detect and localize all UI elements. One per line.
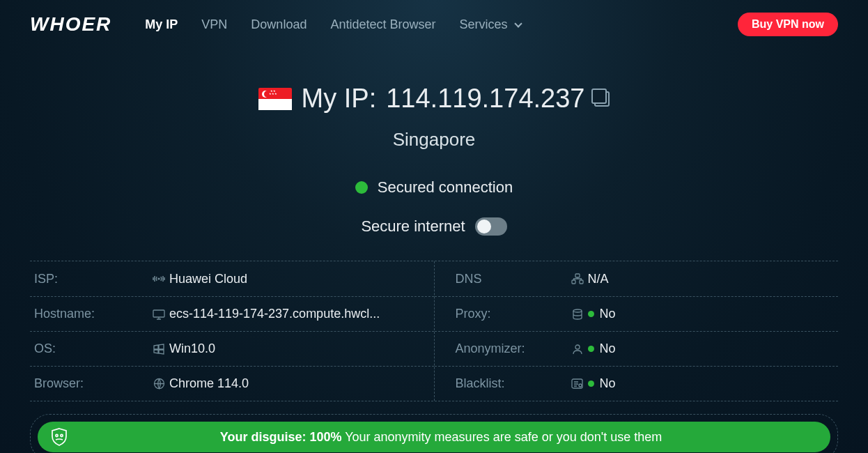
proxy-value-text: No (600, 307, 616, 321)
secure-internet-toggle[interactable] (475, 217, 507, 236)
flag-singapore-icon: ★★★★★ (258, 88, 292, 110)
blacklist-value-text: No (600, 376, 616, 390)
country-name: Singapore (30, 129, 838, 151)
network-icon (567, 273, 588, 284)
status-dot-icon (588, 381, 594, 387)
svg-rect-5 (580, 280, 583, 284)
disguise-bar[interactable]: Your disguise: 100% Your anonymity measu… (38, 422, 830, 452)
signal-icon (148, 273, 169, 284)
database-icon (567, 309, 588, 320)
main-nav: My IP VPN Download Antidetect Browser Se… (145, 17, 520, 32)
hostname-label: Hostname: (30, 307, 148, 321)
logo[interactable]: WHOER (30, 13, 111, 36)
copy-icon[interactable] (594, 91, 610, 107)
list-icon (567, 378, 588, 389)
svg-point-9 (579, 384, 582, 387)
svg-point-7 (575, 345, 580, 349)
windows-icon (148, 344, 169, 355)
browser-value: Chrome 114.0 (169, 376, 249, 391)
ip-title-prefix: My IP: (302, 84, 377, 114)
disguise-percent: 100% (309, 430, 341, 444)
dns-value: N/A (588, 272, 609, 286)
secured-label: Secured connection (378, 178, 513, 197)
blacklist-label: Blacklist: (435, 376, 567, 391)
proxy-label: Proxy: (435, 307, 567, 321)
isp-label: ISP: (30, 272, 148, 286)
disguise-suffix: Your anonymity measures are safe or you … (342, 430, 662, 444)
row-anonymizer: Anonymizer: No (435, 331, 839, 366)
ip-line: ★★★★★ My IP: 114.119.174.237 (30, 84, 838, 114)
chevron-down-icon (514, 20, 522, 27)
buy-vpn-button[interactable]: Buy VPN now (738, 13, 838, 36)
svg-rect-3 (575, 274, 580, 277)
row-dns: DNS N/A (435, 261, 839, 296)
svg-point-10 (56, 434, 58, 436)
isp-value: Huawei Cloud (169, 272, 247, 286)
nav-download[interactable]: Download (251, 17, 307, 32)
row-hostname: Hostname: ecs-114-119-174-237.compute.hw… (30, 296, 434, 331)
hostname-value: ecs-114-119-174-237.compute.hwcl... (169, 307, 380, 321)
disguise-message: Your disguise: 100% Your anonymity measu… (79, 430, 830, 445)
secure-internet-label: Secure internet (361, 217, 465, 236)
disguise-wrapper: Your disguise: 100% Your anonymity measu… (30, 414, 838, 453)
svg-point-0 (157, 277, 160, 279)
info-col-right: DNS N/A Proxy: No Anonymizer: No (435, 261, 839, 401)
disguise-prefix: Your disguise: (220, 430, 310, 444)
ip-address: 114.119.174.237 (386, 84, 584, 114)
nav-vpn[interactable]: VPN (201, 17, 227, 32)
secure-internet-row: Secure internet (30, 217, 838, 236)
nav-services-label: Services (460, 17, 508, 31)
row-isp: ISP: Huawei Cloud (30, 261, 434, 296)
svg-rect-1 (153, 310, 164, 317)
header: WHOER My IP VPN Download Antidetect Brow… (30, 0, 838, 43)
anonymizer-label: Anonymizer: (435, 341, 567, 356)
row-blacklist: Blacklist: No (435, 366, 839, 401)
browser-label: Browser: (30, 376, 148, 391)
info-col-left: ISP: Huawei Cloud Hostname: ecs-114-119-… (30, 261, 435, 401)
dns-label: DNS (435, 272, 567, 286)
status-dot-icon (355, 181, 368, 194)
info-grid: ISP: Huawei Cloud Hostname: ecs-114-119-… (30, 261, 838, 401)
svg-rect-4 (572, 280, 575, 284)
nav-my-ip[interactable]: My IP (145, 17, 178, 32)
hero: ★★★★★ My IP: 114.119.174.237 Singapore S… (30, 84, 838, 236)
status-dot-icon (588, 311, 594, 317)
nav-services[interactable]: Services (460, 17, 521, 32)
proxy-value: No (588, 307, 616, 321)
row-os: OS: Win10.0 (30, 331, 434, 366)
secured-status: Secured connection (30, 178, 838, 197)
anonymizer-value-text: No (600, 341, 616, 355)
globe-icon (148, 378, 169, 390)
svg-point-6 (573, 309, 582, 312)
os-label: OS: (30, 341, 148, 356)
user-icon (567, 344, 588, 355)
shield-mask-icon (50, 427, 68, 447)
row-browser: Browser: Chrome 114.0 (30, 366, 434, 401)
row-proxy: Proxy: No (435, 296, 839, 331)
anonymizer-value: No (588, 341, 616, 356)
svg-point-11 (61, 434, 63, 436)
os-value: Win10.0 (169, 341, 215, 356)
monitor-icon (148, 309, 169, 320)
blacklist-value: No (588, 376, 616, 391)
nav-antidetect[interactable]: Antidetect Browser (330, 17, 435, 32)
status-dot-icon (588, 346, 594, 352)
